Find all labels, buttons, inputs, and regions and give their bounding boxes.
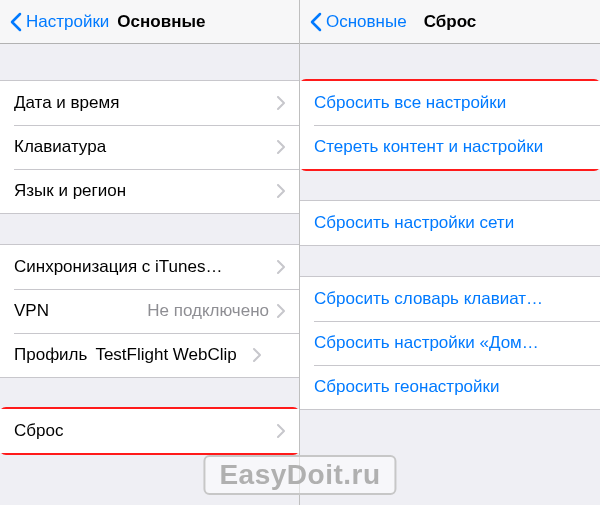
chevron-right-icon	[277, 260, 285, 274]
back-button-right[interactable]: Основные	[310, 12, 407, 32]
group-reset-1: Сбросить все настройки Стереть контент и…	[300, 80, 600, 170]
group-general-3: Сброс	[0, 408, 299, 454]
action-reset-home-layout[interactable]: Сбросить настройки «Дом…	[300, 321, 600, 365]
action-label: Сбросить геонастройки	[314, 377, 586, 397]
back-label-right: Основные	[326, 12, 407, 32]
row-date-time[interactable]: Дата и время	[0, 81, 299, 125]
row-label: Клавиатура	[14, 137, 277, 157]
right-content: Сбросить все настройки Стереть контент и…	[300, 44, 600, 505]
row-label: Сброс	[14, 421, 277, 441]
chevron-right-icon	[253, 348, 261, 362]
row-keyboard[interactable]: Клавиатура	[0, 125, 299, 169]
general-settings-pane: Настройки Основные Дата и время Клавиату…	[0, 0, 300, 505]
chevron-right-icon	[277, 304, 285, 318]
nav-bar-right: Основные Сброс	[300, 0, 600, 44]
row-value: TestFlight WebClip	[95, 345, 245, 365]
action-label: Стереть контент и настройки	[314, 137, 586, 157]
action-reset-keyboard-dict[interactable]: Сбросить словарь клавиат…	[300, 277, 600, 321]
nav-title-left: Основные	[117, 12, 205, 32]
nav-bar-left: Настройки Основные	[0, 0, 299, 44]
back-button-left[interactable]: Настройки	[10, 12, 109, 32]
row-value: Не подключено	[147, 301, 269, 321]
chevron-left-icon	[310, 12, 322, 32]
row-reset[interactable]: Сброс	[0, 409, 299, 453]
row-profile[interactable]: Профиль TestFlight WebClip	[0, 333, 299, 377]
action-reset-network[interactable]: Сбросить настройки сети	[300, 201, 600, 245]
group-reset-2: Сбросить настройки сети	[300, 200, 600, 246]
chevron-right-icon	[277, 184, 285, 198]
chevron-right-icon	[277, 96, 285, 110]
row-vpn[interactable]: VPN Не подключено	[0, 289, 299, 333]
action-erase-all-content[interactable]: Стереть контент и настройки	[300, 125, 600, 169]
row-label: VPN	[14, 301, 147, 321]
row-itunes-sync[interactable]: Синхронизация с iTunes…	[0, 245, 299, 289]
row-label: Дата и время	[14, 93, 277, 113]
action-label: Сбросить настройки сети	[314, 213, 586, 233]
chevron-left-icon	[10, 12, 22, 32]
action-label: Сбросить словарь клавиат…	[314, 289, 586, 309]
chevron-right-icon	[277, 140, 285, 154]
group-general-2: Синхронизация с iTunes… VPN Не подключен…	[0, 244, 299, 378]
action-reset-location-privacy[interactable]: Сбросить геонастройки	[300, 365, 600, 409]
row-label: Профиль	[14, 345, 87, 365]
action-label: Сбросить настройки «Дом…	[314, 333, 586, 353]
group-general-1: Дата и время Клавиатура Язык и регион	[0, 80, 299, 214]
action-label: Сбросить все настройки	[314, 93, 586, 113]
back-label-left: Настройки	[26, 12, 109, 32]
reset-pane: Основные Сброс Сбросить все настройки Ст…	[300, 0, 600, 505]
row-language-region[interactable]: Язык и регион	[0, 169, 299, 213]
left-content: Дата и время Клавиатура Язык и регион	[0, 44, 299, 505]
chevron-right-icon	[277, 424, 285, 438]
group-reset-3: Сбросить словарь клавиат… Сбросить настр…	[300, 276, 600, 410]
row-label: Синхронизация с iTunes…	[14, 257, 277, 277]
action-reset-all-settings[interactable]: Сбросить все настройки	[300, 81, 600, 125]
row-label: Язык и регион	[14, 181, 277, 201]
